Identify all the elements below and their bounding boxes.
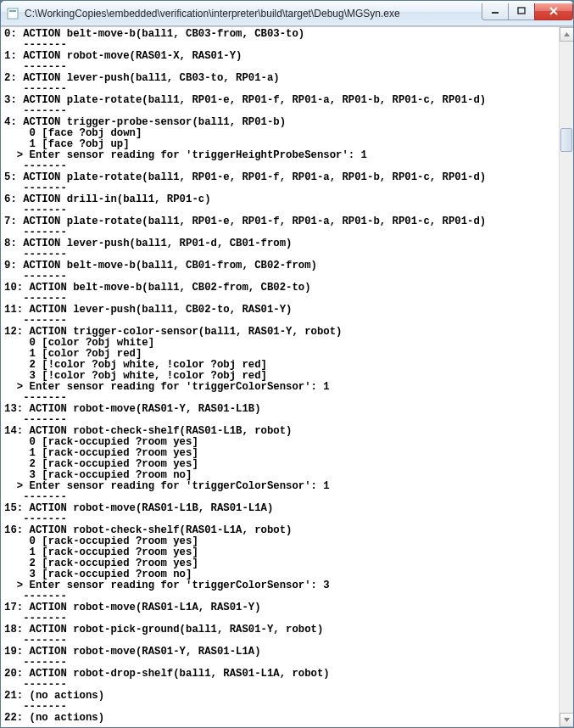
console-output: 0: ACTION belt-move-b(ball1, CB03-from, … bbox=[1, 27, 559, 727]
scroll-up-button[interactable] bbox=[560, 27, 573, 42]
app-icon bbox=[6, 7, 20, 20]
minimize-icon bbox=[491, 7, 499, 15]
scroll-down-button[interactable] bbox=[560, 713, 573, 727]
svg-marker-7 bbox=[564, 718, 570, 722]
maximize-icon bbox=[517, 7, 526, 15]
scrollbar-track[interactable] bbox=[560, 42, 573, 713]
window-controls bbox=[482, 3, 573, 20]
app-window: C:\WorkingCopies\embedded\verification\i… bbox=[0, 0, 574, 728]
vertical-scrollbar[interactable] bbox=[559, 27, 573, 727]
svg-rect-0 bbox=[8, 8, 18, 19]
maximize-button[interactable] bbox=[508, 3, 535, 20]
close-button[interactable] bbox=[534, 3, 573, 20]
chevron-down-icon bbox=[564, 718, 570, 722]
svg-rect-3 bbox=[518, 8, 525, 14]
svg-marker-6 bbox=[564, 32, 570, 36]
minimize-button[interactable] bbox=[482, 3, 509, 20]
titlebar[interactable]: C:\WorkingCopies\embedded\verification\i… bbox=[1, 1, 573, 26]
chevron-up-icon bbox=[564, 32, 570, 36]
scrollbar-thumb[interactable] bbox=[560, 128, 572, 152]
client-area: 0: ACTION belt-move-b(ball1, CB03-from, … bbox=[1, 26, 573, 727]
svg-rect-1 bbox=[9, 10, 16, 12]
close-icon bbox=[549, 7, 559, 15]
window-title: C:\WorkingCopies\embedded\verification\i… bbox=[25, 8, 482, 20]
